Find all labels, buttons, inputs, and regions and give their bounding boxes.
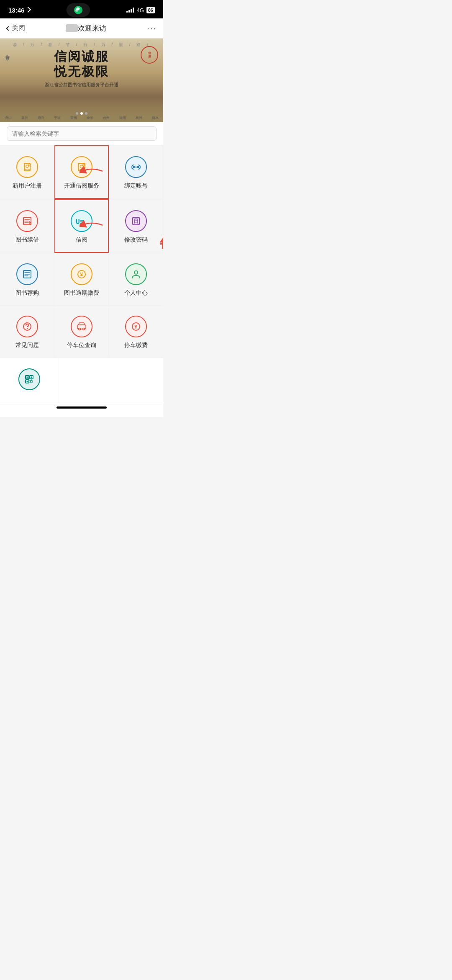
overdue-fee-icon: ¥ (71, 263, 92, 285)
grid-row-5-partial (0, 358, 163, 403)
banner-top-text: 读 / 万 / 卷 / 节 / 行 / 万 / 里 / 路 / (0, 42, 163, 48)
svg-point-23 (26, 328, 27, 329)
page-title: ██,欢迎来访 (25, 23, 147, 33)
banner-main-title: 信阅诚服 悦无极限 浙江省公共图书馆信用服务平台开通 (33, 49, 130, 88)
svg-point-2 (79, 9, 80, 10)
svg-rect-33 (31, 377, 32, 378)
grid-item-parking-fee[interactable]: ¥ 停车缴费 (109, 306, 163, 358)
svg-point-11 (133, 166, 135, 168)
grid-item-faq[interactable]: 常见问题 (0, 306, 54, 358)
scan-icon (18, 368, 40, 390)
wechat-icon (73, 5, 83, 15)
location-icon (25, 7, 31, 13)
signal-icon (126, 8, 134, 13)
grid-item-xinyue[interactable]: U≡ 信阅 (54, 199, 109, 253)
new-user-icon (16, 156, 38, 178)
bottom-bar (0, 403, 163, 417)
more-button[interactable]: ··· (147, 23, 157, 33)
status-right: 4G 86 (126, 7, 155, 13)
grid-item-scan[interactable] (0, 358, 59, 403)
banner: 读 / 万 / 卷 / 节 / 行 / 万 / 里 / 路 / 合作共享 信阅诚… (0, 39, 163, 122)
svg-point-21 (134, 271, 138, 274)
grid-item-overdue-fee[interactable]: ¥ 图书逾期缴费 (54, 253, 109, 305)
svg-point-17 (135, 220, 136, 221)
grid-row-1: 新用户注册 开通借阅服务 (0, 145, 163, 199)
grid-item-new-user[interactable]: 新用户注册 (0, 145, 54, 199)
grid-item-parking-query[interactable]: 停车位查询 (54, 306, 109, 358)
nav-bar: 关闭 ██,欢迎来访 ··· (0, 18, 163, 39)
svg-text:¥: ¥ (80, 271, 83, 278)
faq-icon (16, 316, 38, 337)
grid-item-change-password[interactable]: 修改密码 (109, 199, 163, 253)
svg-text:U≡: U≡ (76, 218, 84, 226)
grid-row-4: 常见问题 停车位查询 ¥ 停车缴费 (0, 306, 163, 358)
banner-dots (76, 112, 87, 115)
grid-item-personal-center[interactable]: 个人中心 (109, 253, 163, 305)
menu-grid: 新用户注册 开通借阅服务 (0, 145, 163, 403)
recommend-book-icon (16, 263, 38, 285)
parking-fee-icon: ¥ (125, 316, 147, 337)
search-bar (0, 122, 163, 145)
svg-point-4 (77, 10, 78, 10)
svg-rect-34 (27, 381, 28, 382)
svg-rect-32 (27, 377, 28, 378)
open-borrow-icon (71, 156, 92, 178)
battery-icon: 86 (146, 7, 155, 13)
renew-book-icon (16, 210, 38, 232)
status-time: 13:46 (8, 7, 30, 14)
status-bar: 13:46 4G 86 (0, 0, 163, 18)
status-center (67, 3, 90, 17)
search-input[interactable] (7, 126, 157, 141)
home-indicator[interactable] (56, 406, 107, 409)
personal-center-icon (125, 263, 147, 285)
svg-point-6 (26, 165, 28, 167)
grid-item-recommend-book[interactable]: 图书荐购 (0, 253, 54, 305)
parking-query-icon (71, 316, 92, 337)
grid-row-2: 图书续借 U≡ 信阅 修改密码 (0, 199, 163, 253)
chevron-left-icon (6, 26, 10, 31)
xinyue-icon: U≡ (71, 210, 92, 232)
svg-point-12 (137, 166, 139, 168)
grid-row-3: 图书荐购 ¥ 图书逾期缴费 个人中心 (0, 253, 163, 306)
change-password-icon (125, 210, 147, 232)
svg-text:¥: ¥ (134, 324, 138, 330)
grid-item-open-borrow[interactable]: 开通借阅服务 (54, 145, 109, 199)
svg-point-3 (77, 10, 77, 10)
banner-cities: 舟山 嘉兴 绍兴 宁波 衢州 金华 台州 温州 杭州 丽水 (0, 116, 163, 120)
bind-account-icon (125, 156, 147, 178)
banner-seal: 信用 (141, 46, 158, 64)
grid-item-bind-account[interactable]: 绑定账号 (109, 145, 163, 199)
grid-item-renew-book[interactable]: 图书续借 (0, 199, 54, 253)
back-button[interactable]: 关闭 (7, 24, 25, 33)
